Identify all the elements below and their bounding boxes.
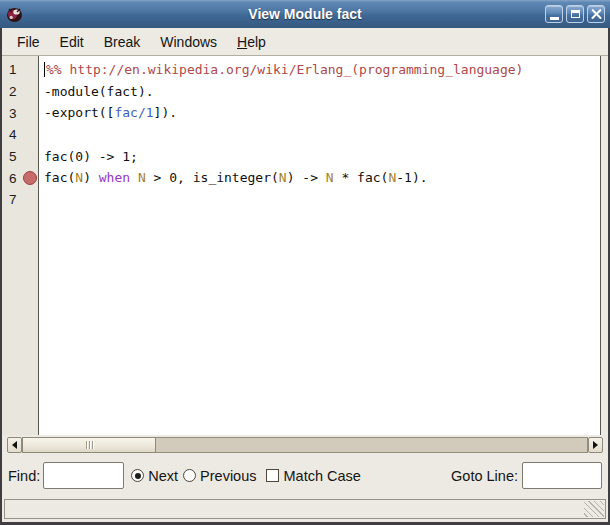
match-case-label: Match Case <box>284 468 361 484</box>
code-token-plain: > 0, is_integer( <box>146 170 279 185</box>
code-lines: 1%% http://en.wikipedia.org/wiki/Erlang_… <box>2 59 600 211</box>
code-token-plain: ]). <box>154 105 177 120</box>
code-token-plain: * fac( <box>334 170 389 185</box>
minimize-icon[interactable] <box>545 5 563 23</box>
code-line: 6fac(N) when N > 0, is_integer(N) -> N *… <box>2 167 600 189</box>
line-number[interactable]: 5 <box>2 149 39 164</box>
checkbox-match-case[interactable] <box>266 469 279 482</box>
window-title: View Module fact <box>0 6 610 22</box>
status-bar <box>4 499 606 519</box>
scrollbar-track[interactable] <box>22 437 588 453</box>
code-token-keyword: when <box>99 170 130 185</box>
scrollbar-thumb[interactable] <box>22 437 156 453</box>
radio-next[interactable] <box>131 469 144 482</box>
line-number[interactable]: 2 <box>2 84 39 99</box>
code-token-plain: -1). <box>396 170 427 185</box>
menu-item-file[interactable]: File <box>7 30 50 54</box>
code-token-plain: ) <box>83 170 99 185</box>
code-token-plain: -export([ <box>44 105 114 120</box>
radio-previous[interactable] <box>183 469 196 482</box>
thumb-grip <box>86 441 87 449</box>
close-icon[interactable] <box>587 5 605 23</box>
text-caret <box>44 62 45 77</box>
title-bar[interactable]: View Module fact <box>0 0 610 28</box>
code-token-comment: %% http://en.wikipedia.org/wiki/Erlang_(… <box>46 62 523 77</box>
code-token-plain: ) -> <box>287 170 326 185</box>
line-number[interactable]: 3 <box>2 106 39 121</box>
line-number[interactable]: 7 <box>2 192 39 207</box>
status-bar-area <box>2 496 608 522</box>
find-input[interactable] <box>43 462 124 489</box>
code-text: fac(N) when N > 0, is_integer(N) -> N * … <box>39 167 428 189</box>
goto-line-group: Goto Line: <box>451 462 602 489</box>
scroll-right-icon[interactable] <box>588 437 603 453</box>
radio-previous-label: Previous <box>200 468 256 484</box>
code-view[interactable]: 1%% http://en.wikipedia.org/wiki/Erlang_… <box>2 56 601 435</box>
menu-bar: FileEditBreakWindowsHelp <box>2 28 608 56</box>
horizontal-scrollbar[interactable] <box>2 435 608 455</box>
radio-next-label: Next <box>148 468 178 484</box>
code-token-link: fac/1 <box>114 105 153 120</box>
code-token-plain: fac(0) -> 1; <box>44 149 138 164</box>
view-module-window: View Module fact FileEditBreakWindowsHel… <box>0 0 610 525</box>
menu-item-break[interactable]: Break <box>94 30 151 54</box>
goto-line-label: Goto Line: <box>451 468 518 484</box>
find-toolbar: Find: Next Previous Match Case Goto Line… <box>2 455 608 496</box>
menu-item-edit[interactable]: Edit <box>50 30 94 54</box>
code-token-plain <box>130 170 138 185</box>
maximize-icon[interactable] <box>566 5 584 23</box>
thumb-grip <box>92 441 93 449</box>
code-line: 3-export([fac/1]). <box>2 102 600 124</box>
window-controls <box>545 5 605 23</box>
code-token-plain: -module(fact). <box>44 84 154 99</box>
code-line: 5fac(0) -> 1; <box>2 146 600 168</box>
code-text: fac(0) -> 1; <box>39 146 138 168</box>
code-token-var: N <box>326 170 334 185</box>
code-token-plain: fac( <box>44 170 75 185</box>
code-text: -module(fact). <box>39 81 154 103</box>
menu-item-help[interactable]: Help <box>227 30 276 54</box>
code-line: 7 <box>2 189 600 211</box>
code-line: 1%% http://en.wikipedia.org/wiki/Erlang_… <box>2 59 600 81</box>
debugger-bug-icon <box>5 5 24 24</box>
window-body: FileEditBreakWindowsHelp 1%% http://en.w… <box>2 28 608 522</box>
resize-grip-icon[interactable] <box>584 501 604 517</box>
thumb-grip <box>89 441 90 449</box>
goto-line-input[interactable] <box>522 462 602 489</box>
find-label: Find: <box>8 468 40 484</box>
menu-item-windows[interactable]: Windows <box>150 30 227 54</box>
code-token-var: N <box>75 170 83 185</box>
code-text: %% http://en.wikipedia.org/wiki/Erlang_(… <box>39 59 523 81</box>
code-line: 4 <box>2 124 600 146</box>
code-text: -export([fac/1]). <box>39 102 177 124</box>
scroll-left-icon[interactable] <box>7 437 22 453</box>
code-line: 2-module(fact). <box>2 81 600 103</box>
code-token-var: N <box>138 170 146 185</box>
line-number[interactable]: 4 <box>2 127 39 142</box>
code-token-var: N <box>279 170 287 185</box>
line-number[interactable]: 1 <box>2 62 39 77</box>
